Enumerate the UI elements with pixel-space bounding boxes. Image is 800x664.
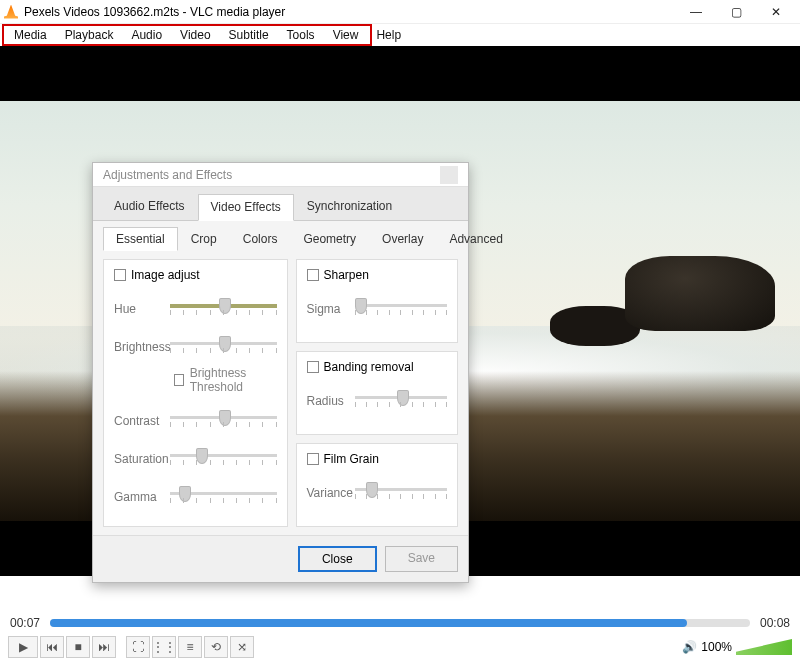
subtab-geometry[interactable]: Geometry (290, 227, 369, 251)
speaker-icon[interactable]: 🔊 (682, 640, 697, 654)
gamma-label: Gamma (114, 490, 170, 504)
dialog-tabs: Audio Effects Video Effects Synchronizat… (93, 187, 468, 221)
shuffle-button[interactable]: ⤨ (230, 636, 254, 658)
hue-slider[interactable] (170, 298, 277, 320)
stop-button[interactable]: ■ (66, 636, 90, 658)
image-adjust-checkbox[interactable] (114, 269, 126, 281)
sharpen-group: Sharpen Sigma (296, 259, 459, 343)
menu-subtitle[interactable]: Subtitle (221, 26, 277, 44)
close-window-button[interactable]: ✕ (756, 1, 796, 23)
volume-percent: 100% (701, 640, 732, 654)
minimize-button[interactable]: — (676, 1, 716, 23)
menu-video[interactable]: Video (172, 26, 218, 44)
titlebar: Pexels Videos 1093662.m2ts - VLC media p… (0, 0, 800, 24)
subtab-colors[interactable]: Colors (230, 227, 291, 251)
brightness-slider[interactable] (170, 336, 277, 358)
next-button[interactable]: ⏭ (92, 636, 116, 658)
subtab-overlay[interactable]: Overlay (369, 227, 436, 251)
subtab-crop[interactable]: Crop (178, 227, 230, 251)
maximize-button[interactable]: ▢ (716, 1, 756, 23)
banding-removal-label: Banding removal (324, 360, 414, 374)
radius-label: Radius (307, 394, 355, 408)
contrast-slider[interactable] (170, 410, 277, 432)
menu-view[interactable]: View (325, 26, 367, 44)
sigma-label: Sigma (307, 302, 355, 316)
time-elapsed[interactable]: 00:07 (10, 616, 40, 630)
tab-synchronization[interactable]: Synchronization (294, 193, 405, 220)
video-area: Adjustments and Effects Audio Effects Vi… (0, 46, 800, 576)
vlc-cone-icon (4, 5, 18, 19)
image-adjust-label: Image adjust (131, 268, 200, 282)
prev-button[interactable]: ⏮ (40, 636, 64, 658)
subtab-essential[interactable]: Essential (103, 227, 178, 251)
brightness-threshold-label: Brightness Threshold (190, 366, 277, 394)
subtab-advanced[interactable]: Advanced (436, 227, 515, 251)
saturation-slider[interactable] (170, 448, 277, 470)
playlist-button[interactable]: ≡ (178, 636, 202, 658)
menu-media[interactable]: Media (6, 26, 55, 44)
volume-slider[interactable] (736, 639, 792, 655)
fullscreen-button[interactable]: ⛶ (126, 636, 150, 658)
contrast-label: Contrast (114, 414, 170, 428)
tab-video-effects[interactable]: Video Effects (198, 194, 294, 221)
dialog-titlebar[interactable]: Adjustments and Effects (93, 163, 468, 187)
film-grain-label: Film Grain (324, 452, 379, 466)
dialog-title: Adjustments and Effects (103, 168, 232, 182)
dialog-buttons: Close Save (93, 535, 468, 582)
film-grain-checkbox[interactable] (307, 453, 319, 465)
saturation-label: Saturation (114, 452, 170, 466)
save-button[interactable]: Save (385, 546, 458, 572)
hue-label: Hue (114, 302, 170, 316)
dialog-close-icon[interactable] (440, 166, 458, 184)
adjustments-effects-dialog: Adjustments and Effects Audio Effects Vi… (92, 162, 469, 583)
sharpen-checkbox[interactable] (307, 269, 319, 281)
sigma-slider[interactable] (355, 298, 448, 320)
banding-removal-group: Banding removal Radius (296, 351, 459, 435)
close-button[interactable]: Close (298, 546, 377, 572)
sharpen-label: Sharpen (324, 268, 369, 282)
image-adjust-group: Image adjust Hue Brightness (103, 259, 288, 527)
time-total[interactable]: 00:08 (760, 616, 790, 630)
gamma-slider[interactable] (170, 486, 277, 508)
seek-bar[interactable] (50, 619, 750, 627)
player-controls: 00:07 00:08 ▶ ⏮ ■ ⏭ ⛶ ⋮⋮ ≡ ⟲ ⤨ 🔊 100% (0, 612, 800, 664)
window-title: Pexels Videos 1093662.m2ts - VLC media p… (24, 5, 676, 19)
extended-settings-button[interactable]: ⋮⋮ (152, 636, 176, 658)
radius-slider[interactable] (355, 390, 448, 412)
variance-slider[interactable] (355, 482, 448, 504)
banding-removal-checkbox[interactable] (307, 361, 319, 373)
film-grain-group: Film Grain Variance (296, 443, 459, 527)
variance-label: Variance (307, 486, 355, 500)
menu-audio[interactable]: Audio (123, 26, 170, 44)
tab-audio-effects[interactable]: Audio Effects (101, 193, 198, 220)
menu-tools[interactable]: Tools (279, 26, 323, 44)
play-button[interactable]: ▶ (8, 636, 38, 658)
menubar: Media Playback Audio Video Subtitle Tool… (2, 24, 372, 46)
menu-playback[interactable]: Playback (57, 26, 122, 44)
loop-button[interactable]: ⟲ (204, 636, 228, 658)
menu-help[interactable]: Help (368, 26, 409, 44)
brightness-threshold-checkbox[interactable] (174, 374, 184, 386)
dialog-subtabs: Essential Crop Colors Geometry Overlay A… (93, 221, 468, 251)
brightness-label: Brightness (114, 340, 170, 354)
